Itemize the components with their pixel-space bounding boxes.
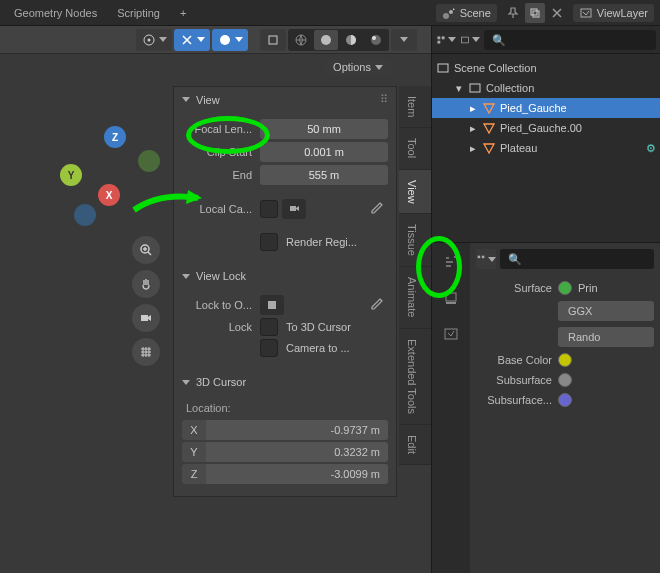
expand-icon[interactable]: ▸ <box>468 103 478 113</box>
shader-model-value[interactable]: GGX <box>558 301 654 321</box>
svg-rect-3 <box>533 11 539 17</box>
mesh-icon <box>482 101 496 115</box>
gizmo-y-axis[interactable]: Y <box>60 164 82 186</box>
pan-button[interactable] <box>132 270 160 298</box>
outliner-filter-icon[interactable] <box>460 30 480 50</box>
svg-rect-22 <box>438 64 448 72</box>
subsurface-model-value[interactable]: Rando <box>558 327 654 347</box>
svg-point-6 <box>147 38 150 41</box>
props-search-input[interactable] <box>500 249 654 269</box>
gizmo-neg-z[interactable] <box>74 204 96 226</box>
tab-item[interactable]: Item <box>399 86 431 128</box>
n-panel-tabs: Item Tool View Tissue Animate Extended T… <box>399 86 431 465</box>
base-color-swatch[interactable] <box>558 353 572 367</box>
zoom-button[interactable] <box>132 236 160 264</box>
gizmo-neg-y[interactable] <box>138 150 160 172</box>
tab-tool[interactable]: Tool <box>399 128 431 169</box>
clip-start-value[interactable]: 0.001 m <box>260 142 388 162</box>
tree-root[interactable]: Scene Collection <box>432 58 660 78</box>
view-panel-header[interactable]: View ⠿ <box>174 87 396 112</box>
interaction-mode[interactable] <box>136 29 172 51</box>
svg-rect-16 <box>290 206 296 211</box>
local-camera-picker[interactable] <box>282 199 306 219</box>
tab-scripting[interactable]: Scripting <box>107 3 170 23</box>
svg-point-1 <box>449 10 453 14</box>
tree-collection[interactable]: ▾ Collection <box>432 78 660 98</box>
pin-icon[interactable] <box>503 3 523 23</box>
expand-icon[interactable]: ▾ <box>454 83 464 93</box>
tab-animate[interactable]: Animate <box>399 267 431 328</box>
geometry-nodes-icon[interactable]: ⚙ <box>646 142 656 155</box>
cursor-panel-header[interactable]: 3D Cursor <box>174 370 396 394</box>
tree-item-pied-gauche-001[interactable]: ▸ Pied_Gauche.00 <box>432 118 660 138</box>
svg-point-13 <box>372 36 376 40</box>
gizmo-toggle[interactable] <box>260 29 286 51</box>
cursor-x-value[interactable]: -0.9737 m <box>206 420 388 440</box>
outliner-display-mode[interactable] <box>436 30 456 50</box>
props-pin-icon[interactable] <box>476 249 496 269</box>
cursor-y-value[interactable]: 0.3232 m <box>206 442 388 462</box>
tab-view[interactable]: View <box>399 170 431 215</box>
viewlayer-icon <box>579 6 593 20</box>
base-color-label: Base Color <box>476 354 552 366</box>
viewport-gizmo[interactable]: Z Y X <box>60 126 160 226</box>
object-label: Pied_Gauche <box>500 102 567 114</box>
surface-value[interactable]: Prin <box>578 282 598 294</box>
svg-rect-27 <box>478 256 481 258</box>
proportional-edit[interactable] <box>212 29 248 51</box>
solid-shading[interactable] <box>314 30 338 50</box>
eyedropper-icon[interactable] <box>364 295 388 315</box>
tree-item-plateau[interactable]: ▸ Plateau ⚙ <box>432 138 660 158</box>
svg-rect-24 <box>446 293 456 301</box>
gizmo-z-axis[interactable]: Z <box>104 126 126 148</box>
lock-to-object-picker[interactable] <box>260 295 284 315</box>
surface-node-dot[interactable] <box>558 281 572 295</box>
tree-item-pied-gauche[interactable]: ▸ Pied_Gauche <box>432 98 660 118</box>
properties-panel: Surface Prin GGX Rando Base Color <box>432 242 660 573</box>
outliner-search-input[interactable] <box>484 30 656 50</box>
svg-rect-23 <box>470 84 480 92</box>
close-icon[interactable] <box>547 3 567 23</box>
props-tab-viewlayer[interactable] <box>440 323 462 345</box>
add-workspace-icon[interactable]: + <box>170 3 196 23</box>
props-tab-render[interactable] <box>440 251 462 273</box>
surface-label: Surface <box>476 282 552 294</box>
view-lock-header[interactable]: View Lock <box>174 264 396 288</box>
options-dropdown[interactable]: Options <box>325 58 391 76</box>
cursor-x-label: X <box>182 420 206 440</box>
tab-geometry-nodes[interactable]: Geometry Nodes <box>4 3 107 23</box>
scene-field[interactable]: Scene <box>436 4 497 22</box>
eyedropper-icon[interactable] <box>364 199 388 219</box>
wireframe-shading[interactable] <box>289 30 313 50</box>
focal-length-value[interactable]: 50 mm <box>260 119 388 139</box>
subsurface-color-label: Subsurface... <box>476 394 552 406</box>
copy-icon[interactable] <box>525 3 545 23</box>
tab-edit[interactable]: Edit <box>399 425 431 465</box>
snap-button[interactable] <box>174 29 210 51</box>
local-camera-checkbox[interactable] <box>260 200 278 218</box>
svg-rect-21 <box>461 37 468 43</box>
render-region-checkbox[interactable] <box>260 233 278 251</box>
subsurface-color-swatch[interactable] <box>558 393 572 407</box>
tab-extended-tools[interactable]: Extended Tools <box>399 329 431 425</box>
cursor-panel-title: 3D Cursor <box>196 376 246 388</box>
rendered-shading[interactable] <box>364 30 388 50</box>
material-shading[interactable] <box>339 30 363 50</box>
camera-view-button[interactable] <box>132 304 160 332</box>
viewlayer-field[interactable]: ViewLayer <box>573 4 654 22</box>
subsurface-dot[interactable] <box>558 373 572 387</box>
cursor-z-value[interactable]: -3.0099 m <box>206 464 388 484</box>
clip-end-value[interactable]: 555 m <box>260 165 388 185</box>
expand-icon[interactable]: ▸ <box>468 123 478 133</box>
svg-rect-26 <box>445 329 457 339</box>
gizmo-x-axis[interactable]: X <box>98 184 120 206</box>
expand-icon[interactable]: ▸ <box>468 143 478 153</box>
drag-dots-icon[interactable]: ⠿ <box>380 93 388 106</box>
camera-to-view-checkbox[interactable] <box>260 339 278 357</box>
tab-tissue[interactable]: Tissue <box>399 214 431 267</box>
lock-3d-cursor-checkbox[interactable] <box>260 318 278 336</box>
svg-point-0 <box>443 13 449 19</box>
perspective-toggle[interactable] <box>132 338 160 366</box>
shading-options[interactable] <box>391 29 417 51</box>
props-tab-output[interactable] <box>440 287 462 309</box>
